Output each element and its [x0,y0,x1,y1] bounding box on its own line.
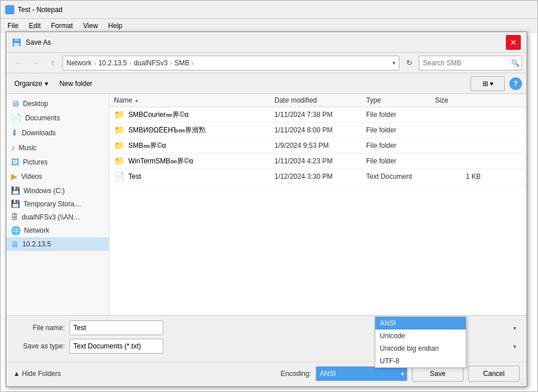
file-row[interactable]: 📄 Test 1/12/2024 3:30 PM Text Document 1… [109,169,527,185]
encoding-wrapper: ANSI ▾ [316,366,407,381]
folder-icon-2: 📁 [114,125,125,135]
temp-storage-icon: 💾 [11,199,20,208]
menu-help[interactable]: Help [104,21,127,31]
view-icon: ⊞ [482,80,488,88]
resize-handle[interactable]: ⌟ [521,379,524,385]
dialog-titlebar: Save As ✕ [6,32,527,53]
filename-dropdown-icon: ▾ [513,325,516,331]
file-list: Name ▲ Date modified Type Size 📁 SMBCour… [109,94,527,315]
breadcrumb-ip[interactable]: 10.2.13.5 [99,59,127,67]
file-row[interactable]: 📁 WinTermSMB㎜界©α 1/11/2024 4:23 PM File … [109,154,527,169]
file-list-header: Name ▲ Date modified Type Size [109,94,527,107]
nav-item-pictures[interactable]: 🖼 Pictures [6,155,109,169]
save-as-title-icon [12,38,21,47]
encoding-label: Encoding: [281,370,311,378]
nav-item-documents[interactable]: 📄 Documents [6,111,109,126]
col-header-size[interactable]: Size [435,96,481,104]
notepad-menubar: File Edit Format View Help [1,19,537,33]
nav-item-desktop[interactable]: 🖥 Desktop [6,96,109,111]
dialog-content: 🖥 Desktop 📄 Documents ⬇ Downloads ♪ Musi… [6,94,527,315]
organize-button[interactable]: Organize ▾ [11,76,52,91]
nav-item-windows-c[interactable]: 💾 Windows (C:) [6,184,109,197]
network-icon: 🌐 [11,226,21,235]
documents-icon: 📄 [11,113,22,123]
hide-folders-button[interactable]: ▲ Hide Folders [13,370,61,378]
menu-view[interactable]: View [78,21,103,31]
menu-edit[interactable]: Edit [24,21,45,31]
pictures-icon: 🖼 [11,157,19,167]
folder-icon-1: 📁 [114,109,125,120]
breadcrumb-nfs[interactable]: dualNFSv3 [133,59,167,67]
address-dropdown-button[interactable]: ▾ [392,60,395,66]
up-button[interactable]: ↑ [45,56,60,70]
filetype-dropdown-icon: ▾ [513,343,516,350]
enc-option-utf8[interactable]: UTF-8 [375,355,466,367]
view-button[interactable]: ⊞ ▾ [470,76,505,91]
cancel-button[interactable]: Cancel [468,366,520,382]
nav-item-videos[interactable]: ▶ Videos [6,169,109,184]
svg-rect-2 [14,43,19,46]
refresh-button[interactable]: ↻ [402,56,417,70]
actions-area: ▲ Hide Folders Encoding: ANSI ▾ Save Can… [6,362,527,386]
save-as-dialog: Save As ✕ ← → ↑ Network › 10.2.13.5 › du… [6,32,527,387]
address-bar: Network › 10.2.13.5 › dualNFSv3 › SMB › … [62,56,399,70]
search-input[interactable] [423,59,509,67]
col-header-date[interactable]: Date modified [274,96,366,104]
encoding-select[interactable]: ANSI [316,366,407,381]
menu-file[interactable]: File [3,21,23,31]
svg-rect-1 [14,38,19,41]
file-row[interactable]: 📁 SMBИΘΩËΕНЪ㎜界滑㸃 1/11/2024 8:00 PM File … [109,123,527,138]
nav-item-network[interactable]: 🌐 Network [6,224,109,237]
search-icon: 🔍 [511,59,520,67]
back-button[interactable]: ← [11,56,26,70]
col-header-name[interactable]: Name ▲ [114,96,274,104]
enc-option-unicode-be[interactable]: Unicode big endian [375,342,466,355]
drive-c-icon: 💾 [11,186,20,195]
encoding-dropdown: ANSI Unicode Unicode big endian UTF-8 [375,316,466,368]
col-header-type[interactable]: Type [366,96,435,104]
dialog-title-left: Save As [12,38,51,47]
nav-item-downloads[interactable]: ⬇ Downloads [6,126,109,140]
notepad-titlebar: Test - Notepad [1,1,537,19]
search-box: 🔍 [419,56,522,70]
folder-icon-3: 📁 [114,140,125,151]
filetype-input[interactable] [69,339,163,354]
forward-button[interactable]: → [28,56,43,70]
file-row[interactable]: 📁 SMBCourier㎜界©α 1/11/2024 7:38 PM File … [109,107,527,123]
videos-icon: ▶ [11,171,18,182]
nav-item-temp-storage[interactable]: 💾 Temporary Stora… [6,197,109,210]
filetype-label: Save as type: [13,342,65,350]
notepad-icon [5,5,14,14]
save-button[interactable]: Save [412,366,464,382]
computer-icon: 🖥 [11,240,19,249]
close-button[interactable]: ✕ [506,35,521,50]
music-icon: ♪ [11,143,15,152]
notepad-title: Test - Notepad [18,6,62,14]
organize-arrow-icon: ▾ [45,80,48,88]
file-row[interactable]: 📁 SMB㎜界©α 1/9/2024 9:53 PM File folder [109,138,527,154]
menu-format[interactable]: Format [46,21,77,31]
dual-nfs-icon: 🗄 [11,213,18,221]
organize-toolbar: Organize ▾ New folder ⊞ ▾ ? [6,73,527,94]
doc-icon-1: 📄 [114,171,125,182]
filename-input[interactable] [69,320,163,335]
enc-option-unicode[interactable]: Unicode [375,330,466,342]
new-folder-button[interactable]: New folder [56,76,96,91]
navigation-toolbar: ← → ↑ Network › 10.2.13.5 › dualNFSv3 › … [6,53,527,73]
dialog-title-text: Save As [26,38,51,46]
help-button[interactable]: ? [509,77,522,90]
enc-option-ansi[interactable]: ANSI [375,317,466,330]
downloads-icon: ⬇ [11,128,18,138]
nav-item-music[interactable]: ♪ Music [6,140,109,155]
breadcrumb-smb[interactable]: SMB [174,59,189,67]
nav-item-dual-nfs[interactable]: 🗄 dualNFSv3 (\\AN… [6,210,109,224]
breadcrumb-network[interactable]: Network [66,59,92,67]
view-dropdown-icon: ▾ [490,80,493,88]
name-sort-arrow: ▲ [134,97,139,103]
desktop-icon: 🖥 [11,99,19,108]
filename-label: File name: [13,324,65,332]
nav-item-10213[interactable]: 🖥 10.2.13.5 [6,237,109,251]
nav-panel: 🖥 Desktop 📄 Documents ⬇ Downloads ♪ Musi… [6,94,109,315]
folder-icon-4: 📁 [114,156,125,166]
